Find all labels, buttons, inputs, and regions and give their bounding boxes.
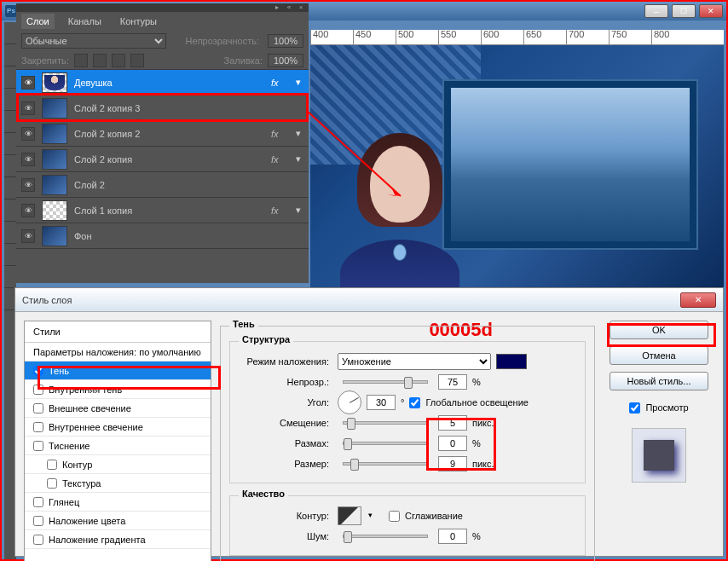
spread-label: Размах: — [239, 438, 332, 448]
contour-label: Контур: — [239, 511, 332, 521]
style-contour[interactable]: Контур — [25, 455, 211, 474]
angle-input[interactable]: 30 — [367, 395, 396, 410]
layer-name[interactable]: Слой 2 — [74, 180, 303, 190]
style-drop-shadow[interactable]: Тень — [25, 361, 211, 380]
panel-collapse-icon[interactable]: « — [285, 5, 293, 10]
drop-shadow-checkbox[interactable] — [33, 366, 43, 376]
spread-input[interactable]: 0 — [438, 436, 467, 451]
styles-header[interactable]: Стили — [25, 321, 211, 343]
layer-row[interactable]: Слой 2 копия 3 — [16, 95, 309, 121]
layer-row[interactable]: Слой 1 копия fx ▾ — [16, 198, 309, 223]
layer-row[interactable]: Слой 2 копия fx ▾ — [16, 147, 309, 172]
visibility-toggle[interactable] — [21, 153, 35, 166]
gradient-overlay-checkbox[interactable] — [33, 535, 43, 545]
size-slider[interactable] — [343, 462, 428, 466]
inner-glow-checkbox[interactable] — [33, 422, 43, 432]
layer-name[interactable]: Девушка — [74, 78, 264, 88]
texture-checkbox[interactable] — [47, 478, 57, 489]
fx-badge[interactable]: fx — [271, 129, 286, 139]
layer-name[interactable]: Слой 2 копия 3 — [74, 103, 303, 113]
visibility-toggle[interactable] — [21, 127, 35, 141]
lock-pixels-icon[interactable] — [93, 54, 107, 67]
layer-thumbnail[interactable] — [42, 72, 67, 93]
fx-badge[interactable]: fx — [271, 78, 286, 88]
fx-badge[interactable]: fx — [271, 205, 286, 216]
blending-options-row[interactable]: Параметры наложения: по умолчанию — [25, 343, 211, 361]
panel-menu-icon[interactable]: ▸ — [273, 5, 281, 10]
visibility-toggle[interactable] — [21, 178, 35, 192]
panel-close-icon[interactable]: × — [297, 5, 305, 10]
outer-glow-checkbox[interactable] — [33, 403, 43, 414]
noise-input[interactable]: 0 — [438, 529, 467, 544]
global-light-checkbox[interactable] — [409, 397, 420, 408]
opacity-label: Непрозр.: — [239, 377, 332, 387]
ok-button[interactable]: OK — [610, 321, 708, 339]
opacity-slider[interactable] — [343, 380, 428, 384]
style-texture[interactable]: Текстура — [25, 474, 211, 493]
style-outer-glow[interactable]: Внешнее свечение — [25, 399, 211, 418]
angle-dial[interactable] — [338, 390, 361, 414]
opacity-value[interactable]: 100% — [268, 34, 303, 48]
anti-alias-checkbox[interactable] — [389, 511, 400, 522]
tab-paths[interactable]: Контуры — [115, 14, 162, 29]
spread-slider[interactable] — [343, 442, 428, 445]
layer-thumbnail[interactable] — [42, 98, 67, 119]
style-color-overlay[interactable]: Наложение цвета — [25, 512, 211, 530]
visibility-toggle[interactable] — [21, 204, 35, 217]
shadow-color-swatch[interactable] — [496, 354, 527, 369]
dialog-close-button[interactable]: ✕ — [680, 292, 716, 308]
layer-name[interactable]: Слой 1 копия — [74, 205, 264, 216]
layer-thumbnail[interactable] — [42, 200, 67, 221]
satin-checkbox[interactable] — [33, 497, 43, 507]
new-style-button[interactable]: Новый стиль... — [610, 372, 708, 390]
contour-picker[interactable] — [338, 506, 361, 525]
style-inner-glow[interactable]: Внутреннее свечение — [25, 418, 211, 437]
blend-mode-select[interactable]: Обычные — [21, 33, 166, 49]
maximize-button[interactable] — [672, 4, 696, 18]
style-bevel[interactable]: Тиснение — [25, 437, 211, 455]
fx-badge[interactable]: fx — [271, 154, 286, 165]
visibility-toggle[interactable] — [21, 76, 35, 90]
inner-shadow-checkbox[interactable] — [33, 385, 43, 395]
style-gradient-overlay[interactable]: Наложение градиента — [25, 530, 211, 549]
tab-layers[interactable]: Слои — [21, 14, 55, 29]
expand-icon[interactable]: ▾ — [293, 128, 303, 139]
expand-icon[interactable]: ▾ — [293, 153, 303, 165]
shadow-blend-mode-select[interactable]: Умножение — [338, 353, 491, 370]
distance-input[interactable]: 5 — [438, 415, 467, 431]
expand-icon[interactable]: ▾ — [293, 205, 303, 216]
cancel-button[interactable]: Отмена — [610, 346, 708, 365]
preview-checkbox[interactable] — [629, 402, 640, 414]
lock-transparency-icon[interactable] — [74, 54, 88, 67]
layer-row[interactable]: Девушка fx ▾ — [16, 70, 309, 95]
layer-name[interactable]: Слой 2 копия — [74, 154, 264, 165]
bevel-checkbox[interactable] — [33, 441, 43, 451]
close-button[interactable] — [699, 4, 723, 18]
visibility-toggle[interactable] — [21, 229, 35, 243]
lock-position-icon[interactable] — [112, 54, 125, 67]
layer-row[interactable]: Слой 2 копия 2 fx ▾ — [16, 121, 309, 147]
layer-thumbnail[interactable] — [42, 226, 67, 246]
minimize-button[interactable] — [644, 4, 668, 18]
size-input[interactable]: 9 — [438, 456, 467, 471]
opacity-input[interactable]: 75 — [438, 374, 467, 390]
layer-row[interactable]: Фон — [16, 223, 309, 249]
distance-slider[interactable] — [343, 421, 428, 425]
contour-checkbox[interactable] — [47, 460, 57, 470]
visibility-toggle[interactable] — [21, 101, 35, 115]
fill-value[interactable]: 100% — [268, 54, 303, 67]
style-inner-shadow[interactable]: Внутренняя тень — [25, 380, 211, 399]
layer-thumbnail[interactable] — [42, 124, 67, 144]
tab-channels[interactable]: Каналы — [63, 14, 107, 29]
lock-all-icon[interactable] — [130, 54, 144, 67]
layer-thumbnail[interactable] — [42, 149, 67, 170]
color-overlay-checkbox[interactable] — [33, 516, 43, 526]
expand-icon[interactable]: ▾ — [293, 77, 303, 88]
layer-name[interactable]: Фон — [74, 231, 303, 241]
layer-row[interactable]: Слой 2 — [16, 172, 309, 198]
style-satin[interactable]: Глянец — [25, 493, 211, 512]
document-canvas[interactable] — [310, 45, 724, 291]
layer-name[interactable]: Слой 2 копия 2 — [74, 129, 264, 139]
noise-slider[interactable] — [343, 535, 428, 538]
layer-thumbnail[interactable] — [42, 175, 67, 195]
